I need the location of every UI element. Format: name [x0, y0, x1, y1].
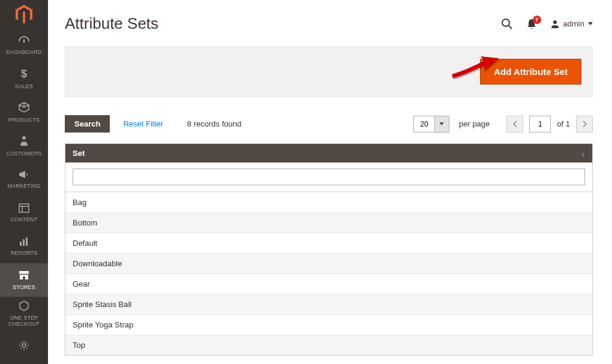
nav-label: CONTENT	[11, 216, 38, 222]
svg-text:$: $	[21, 68, 27, 80]
nav-label: STORES	[13, 284, 35, 290]
per-page-input[interactable]	[414, 116, 434, 132]
prev-page-button[interactable]	[506, 116, 523, 133]
column-header-set: Set	[73, 149, 85, 158]
per-page-dropdown-toggle[interactable]	[434, 116, 449, 132]
nav-label: REPORTS	[11, 250, 38, 256]
per-page-select[interactable]	[413, 116, 449, 133]
user-menu[interactable]: admin	[550, 19, 593, 29]
nav-products[interactable]: PRODUCTS	[0, 95, 48, 129]
search-icon	[501, 18, 513, 30]
hexagon-icon	[19, 300, 29, 312]
records-count: 8 records found	[187, 119, 241, 128]
page-actions-bar: Add Attribute Set	[65, 46, 593, 97]
nav-system[interactable]	[0, 330, 48, 364]
grid-header[interactable]: Set ↓	[65, 144, 592, 163]
storefront-icon	[18, 270, 30, 282]
header-actions: 7 admin	[501, 18, 593, 30]
svg-rect-6	[23, 239, 25, 246]
current-page-input[interactable]	[529, 116, 551, 133]
chevron-down-icon	[439, 122, 444, 126]
nav-marketing[interactable]: MARKETING	[0, 163, 48, 196]
nav-stores[interactable]: STORES	[0, 263, 48, 297]
nav-label: ONE STEP CHECKOUT	[2, 315, 46, 327]
svg-point-8	[22, 344, 26, 347]
notification-badge: 7	[533, 16, 541, 24]
table-row[interactable]: Gear	[65, 273, 592, 294]
table-row[interactable]: Sprite Yoga Strap	[65, 314, 592, 335]
svg-rect-7	[26, 237, 28, 246]
grid-toolbar: Search Reset Filter 8 records found per …	[65, 115, 593, 133]
set-filter-input[interactable]	[73, 169, 585, 185]
notifications-button[interactable]: 7	[526, 18, 537, 30]
nav-sales[interactable]: $ SALES	[0, 62, 48, 95]
nav-reports[interactable]: REPORTS	[0, 230, 48, 263]
table-row[interactable]: Bottom	[65, 212, 592, 233]
nav-customers[interactable]: CUSTOMERS	[0, 129, 48, 163]
bars-icon	[19, 237, 29, 248]
page-total-label: of 1	[557, 119, 570, 128]
search-button[interactable]: Search	[65, 115, 110, 133]
nav-dashboard[interactable]: DASHBOARD	[0, 28, 48, 62]
table-row[interactable]: Bag	[65, 192, 592, 212]
svg-rect-2	[19, 204, 29, 212]
chevron-right-icon	[583, 121, 587, 127]
page-header: Attribute Sets 7 admin	[65, 14, 593, 33]
cube-icon	[18, 101, 30, 115]
grid-filter-row	[65, 163, 592, 192]
layout-icon	[19, 203, 29, 214]
nav-label: PRODUCTS	[8, 117, 40, 123]
svg-point-9	[502, 19, 509, 26]
megaphone-icon	[18, 170, 30, 181]
svg-point-1	[22, 136, 26, 140]
gauge-icon	[17, 35, 31, 47]
chevron-down-icon	[588, 22, 593, 26]
toolbar-left: Search Reset Filter 8 records found	[65, 115, 241, 133]
nav-label: CUSTOMERS	[6, 151, 41, 157]
next-page-button[interactable]	[576, 116, 593, 133]
gear-icon	[19, 340, 29, 352]
page-title: Attribute Sets	[65, 14, 158, 33]
per-page-label: per page	[459, 119, 490, 128]
nav-label: DASHBOARD	[7, 49, 42, 55]
reset-filter-link[interactable]: Reset Filter	[123, 119, 163, 128]
magento-logo[interactable]	[0, 0, 48, 28]
nav-onestep-checkout[interactable]: ONE STEP CHECKOUT	[0, 297, 48, 330]
admin-sidebar: DASHBOARD $ SALES PRODUCTS CUSTOMERS MAR…	[0, 0, 48, 364]
svg-point-11	[553, 20, 557, 24]
table-row[interactable]: Default	[65, 233, 592, 253]
svg-line-10	[509, 26, 512, 29]
user-label: admin	[563, 19, 584, 28]
svg-rect-5	[20, 242, 22, 246]
main-content: Attribute Sets 7 admin	[48, 0, 612, 364]
person-icon	[19, 135, 29, 148]
table-row[interactable]: Sprite Stasis Ball	[65, 294, 592, 314]
attribute-set-grid: Set ↓ BagBottomDefaultDownloadableGearSp…	[65, 143, 593, 356]
nav-content[interactable]: CONTENT	[0, 196, 48, 230]
nav-label: SALES	[15, 83, 33, 89]
table-row[interactable]: Downloadable	[65, 253, 592, 273]
sort-arrow-icon: ↓	[581, 149, 586, 158]
chevron-left-icon	[513, 121, 517, 127]
nav-label: MARKETING	[7, 183, 40, 189]
table-row[interactable]: Top	[65, 335, 592, 355]
add-attribute-set-button[interactable]: Add Attribute Set	[480, 59, 581, 85]
toolbar-right: per page of 1	[413, 116, 593, 133]
user-icon	[550, 19, 560, 29]
grid-body: BagBottomDefaultDownloadableGearSprite S…	[65, 192, 592, 355]
global-search-button[interactable]	[501, 18, 513, 30]
dollar-icon: $	[20, 68, 28, 81]
